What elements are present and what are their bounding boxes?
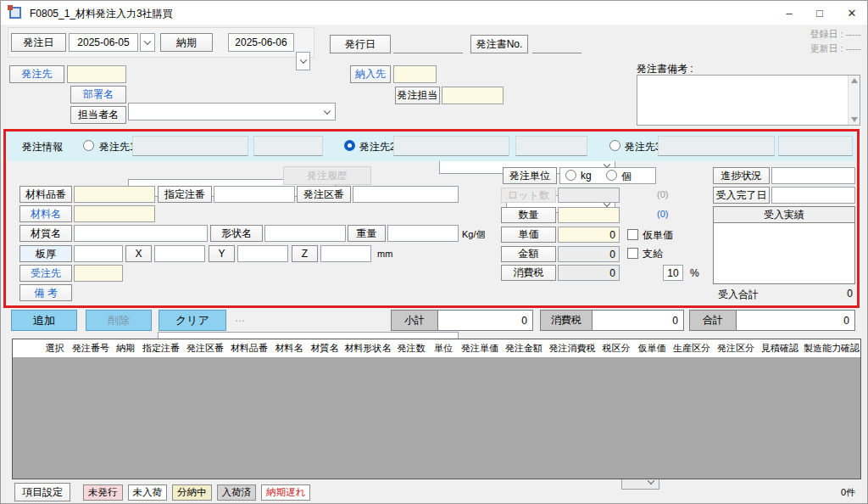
- grid-column-header-1[interactable]: 選択: [40, 342, 70, 355]
- grid-column-header-16[interactable]: 仮単価: [634, 342, 670, 355]
- quantity-field[interactable]: [558, 207, 620, 223]
- supplier3-name-field[interactable]: [658, 136, 775, 156]
- specified-order-field[interactable]: [214, 186, 295, 203]
- minimize-button[interactable]: –: [774, 1, 804, 25]
- supplier1-code-field[interactable]: [253, 136, 323, 156]
- order-date-dropdown[interactable]: [140, 33, 155, 52]
- z-field[interactable]: [320, 245, 371, 262]
- unit-price-field[interactable]: 0: [558, 227, 620, 243]
- grid-column-header-7[interactable]: 材料名: [271, 342, 307, 355]
- grid-column-header-10[interactable]: 発注数: [393, 342, 429, 355]
- order-grid[interactable]: 選択発注番号納期指定注番発注区番材料品番材料名材質名材料形状名発注数単位発注単価…: [12, 339, 861, 479]
- delete-button[interactable]: 削除: [86, 310, 152, 331]
- grid-column-header-15[interactable]: 税区分: [598, 342, 634, 355]
- material-name-button[interactable]: 材料名: [19, 205, 72, 222]
- delivery-date-button[interactable]: 納期: [160, 33, 213, 52]
- material-no-button[interactable]: 材料品番: [19, 186, 72, 203]
- department-button[interactable]: 部署名: [70, 86, 126, 104]
- more-button[interactable]: …: [235, 312, 245, 324]
- delivery-dest-code-field[interactable]: [393, 65, 437, 83]
- x-button[interactable]: X: [125, 245, 152, 262]
- unit-piece-label[interactable]: 個: [621, 170, 632, 184]
- delivery-dest-button[interactable]: 納入先: [350, 65, 391, 83]
- weight-button[interactable]: 重量: [348, 225, 386, 242]
- grid-column-header-8[interactable]: 材質名: [307, 342, 342, 355]
- grid-column-header-6[interactable]: 材料品番: [227, 342, 271, 355]
- y-button[interactable]: Y: [209, 245, 235, 262]
- grid-column-header-2[interactable]: 発注番号: [70, 342, 112, 355]
- z-button[interactable]: Z: [292, 245, 318, 262]
- quality-field[interactable]: [74, 225, 208, 242]
- order-unit-button[interactable]: 発注単位: [503, 167, 557, 184]
- thickness-field[interactable]: [74, 245, 123, 262]
- customer-code-field[interactable]: [74, 265, 123, 282]
- temp-price-checkbox[interactable]: [627, 229, 638, 240]
- order-date-field[interactable]: 2025-06-05: [69, 33, 138, 52]
- grid-column-header-11[interactable]: 単位: [429, 342, 458, 355]
- maximize-button[interactable]: □: [804, 1, 835, 25]
- unit-kg-radio[interactable]: [565, 170, 576, 181]
- supplier3-code-field[interactable]: [778, 136, 853, 156]
- thickness-button[interactable]: 板厚: [19, 245, 72, 262]
- order-section-field[interactable]: [353, 186, 459, 203]
- add-button[interactable]: 追加: [11, 310, 77, 331]
- material-no-field[interactable]: [74, 186, 155, 203]
- scroll-up-icon[interactable]: [851, 78, 858, 83]
- x-field[interactable]: [154, 245, 205, 262]
- delivery-date-dropdown[interactable]: [296, 52, 310, 70]
- supplier2-name-field[interactable]: [393, 136, 509, 156]
- po-remarks-textarea[interactable]: [637, 75, 860, 126]
- supply-checkbox[interactable]: [627, 248, 638, 259]
- supplier-code-field[interactable]: [67, 65, 126, 83]
- clear-button[interactable]: クリア: [159, 310, 226, 331]
- grid-column-header-17[interactable]: 生産区分: [670, 342, 714, 355]
- supplier3-label[interactable]: 発注先3: [625, 140, 661, 154]
- grid-column-header-5[interactable]: 発注区番: [183, 342, 227, 355]
- supplier1-name-field[interactable]: [132, 136, 248, 156]
- grid-column-header-14[interactable]: 発注消費税: [546, 342, 598, 355]
- supplier2-code-field[interactable]: [515, 136, 587, 156]
- unit-piece-radio[interactable]: [606, 170, 617, 181]
- grid-column-header-19[interactable]: 見積確認: [758, 342, 802, 355]
- customer-button[interactable]: 受注先: [19, 265, 72, 282]
- scroll-down-icon[interactable]: [851, 117, 858, 122]
- tax-rate-field[interactable]: 10: [663, 265, 683, 281]
- supplier1-radio[interactable]: [83, 140, 94, 151]
- weight-field[interactable]: [387, 225, 459, 242]
- unit-kg-label[interactable]: kg: [581, 170, 592, 182]
- grid-column-header-20[interactable]: 製造能力確認: [802, 342, 860, 355]
- shape-button[interactable]: 形状名: [210, 225, 263, 242]
- remarks-button[interactable]: 備 考: [19, 284, 72, 301]
- specified-order-button[interactable]: 指定注番: [158, 186, 212, 203]
- grid-column-header-9[interactable]: 材料形状名: [342, 342, 393, 355]
- shape-field[interactable]: [264, 225, 346, 242]
- progress-button[interactable]: 進捗状況: [713, 167, 770, 184]
- quantity-button[interactable]: 数量: [501, 207, 556, 223]
- order-date-button[interactable]: 発注日: [11, 33, 66, 52]
- supplier-button[interactable]: 発注先: [9, 65, 64, 83]
- supplier2-radio[interactable]: [344, 140, 355, 151]
- close-button[interactable]: ✕: [835, 1, 868, 25]
- grid-column-header-13[interactable]: 発注金額: [502, 342, 546, 355]
- issue-date-field[interactable]: [393, 35, 463, 53]
- order-rep-button[interactable]: 発注担当: [395, 87, 440, 104]
- grid-column-header-18[interactable]: 発注区分: [714, 342, 758, 355]
- amount-button[interactable]: 金額: [501, 246, 556, 262]
- supply-label[interactable]: 支給: [643, 247, 663, 261]
- grid-column-header-4[interactable]: 指定注番: [139, 342, 183, 355]
- grid-body[interactable]: [13, 357, 860, 479]
- person-button[interactable]: 担当者名: [70, 106, 126, 124]
- y-field[interactable]: [237, 245, 288, 262]
- order-history-button[interactable]: 発注履歴: [283, 166, 371, 185]
- grid-column-header-3[interactable]: 納期: [112, 342, 139, 355]
- remarks-scrollbar[interactable]: [848, 76, 860, 125]
- unit-price-button[interactable]: 単価: [501, 227, 556, 243]
- supplier3-radio[interactable]: [609, 140, 620, 151]
- grid-column-header-12[interactable]: 発注単価: [458, 342, 502, 355]
- supplier-name-combo[interactable]: [128, 103, 336, 120]
- temp-price-label[interactable]: 仮単価: [643, 228, 673, 243]
- item-settings-button[interactable]: 項目設定: [14, 483, 70, 501]
- po-number-button[interactable]: 発注書No.: [470, 35, 528, 53]
- supplier2-label[interactable]: 発注先2: [359, 140, 396, 154]
- issue-date-button[interactable]: 発行日: [330, 35, 391, 53]
